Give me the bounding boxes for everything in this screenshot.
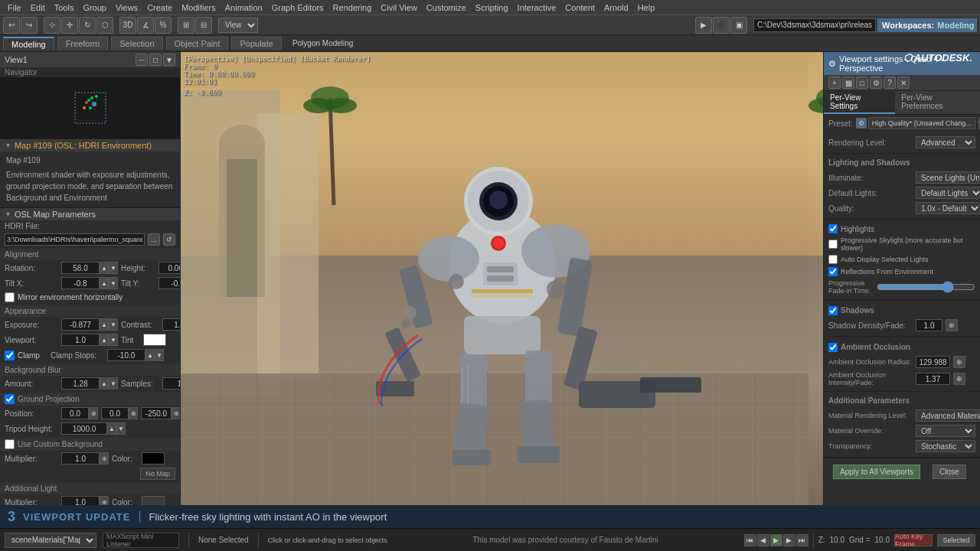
custom-bg-mult-input[interactable] [61,452,100,465]
ao-radius-spin[interactable]: ⊕ [953,356,965,368]
hdri-path-input[interactable] [5,233,145,246]
exposure-spin-down[interactable]: ▼ [109,318,118,331]
rotate-button[interactable]: ↻ [79,17,96,34]
samples-input[interactable] [162,377,180,390]
viewport-spin-down[interactable]: ▼ [109,334,118,346]
tripod-spin-up[interactable]: ▲ [107,422,116,435]
add-light-mult-input[interactable] [61,496,100,505]
play-button[interactable]: ▶ [770,534,782,546]
tiltx-input[interactable] [61,277,100,289]
progressive-skylight-checkbox[interactable] [828,240,838,249]
vp-add-button[interactable]: + [828,77,841,89]
clamp-stops-spin-up[interactable]: ▲ [145,349,155,361]
clamp-stops-input[interactable] [107,349,145,361]
menu-views[interactable]: Views [111,3,142,12]
quick-render-button[interactable]: ⬛ [713,17,730,34]
viewport-spin-up[interactable]: ▲ [100,334,109,346]
pos-x-input[interactable] [61,407,89,419]
undo-button[interactable]: ↩ [3,17,20,34]
percent-snap-button[interactable]: % [155,17,172,34]
pos-z-spin[interactable]: ⊕ [172,407,180,419]
blur-amount-spin-up[interactable]: ▲ [100,377,109,390]
redo-button[interactable]: ↪ [21,17,38,34]
exposure-spin-up[interactable]: ▲ [100,318,109,331]
scene-materials-dropdown[interactable]: sceneMaterials["Map #109"].GroundProject… [5,533,96,548]
nav-close[interactable]: ▼ [163,54,175,66]
custom-bg-checkbox[interactable] [5,439,15,449]
activeshade-button[interactable]: ▣ [730,17,747,34]
move-button[interactable]: ✛ [61,17,78,34]
tiltx-spin-down[interactable]: ▼ [109,277,118,289]
prev-frame-button[interactable]: ◀ [757,534,769,546]
apply-all-viewports-button[interactable]: Apply to All Viewports [833,465,920,479]
add-light-color-swatch[interactable] [142,496,165,505]
tab-modeling[interactable]: Modeling [3,37,54,51]
view-dropdown[interactable]: View [218,18,258,33]
scale-button[interactable]: ⬡ [96,17,113,34]
auto-display-checkbox[interactable] [828,255,838,264]
next-frame-button[interactable]: ▶ [783,534,795,546]
autokey-button[interactable]: Auto Key Frame [894,534,933,546]
custom-bg-mult-spin[interactable]: ⊕ [100,452,109,465]
mirror-button[interactable]: ⊞ [178,17,194,34]
selected-button[interactable]: Selected [937,534,975,546]
blur-amount-input[interactable] [61,377,100,390]
vp-close-icon-button[interactable]: ✕ [897,77,910,89]
ground-proj-checkbox[interactable] [5,394,15,404]
tilty-input[interactable] [158,277,180,289]
go-start-button[interactable]: ⏮ [744,534,756,546]
align-button[interactable]: ⊟ [195,17,212,34]
pos-x-spin[interactable]: ⊕ [89,407,98,419]
rotation-input[interactable] [61,262,100,274]
viewport-input[interactable] [61,334,100,346]
menu-content[interactable]: Content [560,3,599,12]
custom-bg-nomap-button[interactable]: No Map [140,468,175,480]
shadow-density-spin[interactable]: ⊕ [946,319,958,331]
tab-freeform[interactable]: Freeform [57,37,109,50]
menu-tools[interactable]: Tools [50,3,79,12]
menu-group[interactable]: Group [78,3,111,12]
custom-bg-color-swatch[interactable] [142,452,165,465]
scene-path-input[interactable] [753,18,876,32]
default-lights-dropdown[interactable]: Default Lights [916,187,980,199]
hdri-reload-button[interactable]: ↺ [163,233,175,246]
menu-arnold[interactable]: Arnold [599,3,633,12]
reflections-checkbox[interactable] [828,267,838,276]
tint-color-swatch[interactable] [143,334,166,346]
menu-modifiers[interactable]: Modifiers [177,3,220,12]
shadow-density-input[interactable] [916,319,942,331]
contrast-input[interactable] [162,318,180,331]
mirror-checkbox[interactable] [5,292,15,302]
tripod-input[interactable] [61,422,107,435]
add-light-mult-spin[interactable]: ⊕ [100,496,109,505]
go-end-button[interactable]: ⏭ [796,534,808,546]
clamp-checkbox[interactable] [5,350,15,360]
vp-tab-per-view-settings[interactable]: Per-View Settings [824,91,895,114]
rotation-spin-down[interactable]: ▼ [109,262,118,274]
menu-scripting[interactable]: Scripting [471,3,513,12]
pos-y-input[interactable] [101,407,129,419]
snap3d-button[interactable]: 3D [119,17,136,34]
menu-help[interactable]: Help [633,3,660,12]
nav-minimize[interactable]: ─ [136,54,148,66]
vp-layout-button[interactable]: ▦ [842,77,854,89]
tiltx-spin-up[interactable]: ▲ [100,277,109,289]
illuminate-dropdown[interactable]: Scene Lights (Unlimited) [916,171,980,184]
ao-radius-input[interactable] [916,356,950,368]
menu-graph-editors[interactable]: Graph Editors [267,3,328,12]
main-viewport[interactable]: [Perspective] [Unspecified] [Bucket Rend… [181,52,823,505]
render-setup-button[interactable]: ▶ [695,17,712,34]
mat-render-level-dropdown[interactable]: Advanced Material [916,409,980,422]
vp-help-button[interactable]: ? [884,77,896,89]
menu-civil-view[interactable]: Civil View [376,3,421,12]
mat-override-dropdown[interactable]: Off [916,425,975,437]
maxscript-mini-listener[interactable]: MAXScript Mini Listener [103,533,179,548]
menu-animation[interactable]: Animation [220,3,267,12]
transparency-dropdown[interactable]: Stochastic [916,440,975,452]
map-section-header[interactable]: ▼ Map #109 (OSL: HDRI Environment) [0,139,180,152]
ao-intensity-spin[interactable]: ⊕ [953,373,965,385]
select-object-button[interactable]: ⊹ [44,17,60,34]
vp-settings-icon-button[interactable]: ⚙ [870,77,882,89]
menu-rendering[interactable]: Rendering [328,3,377,12]
menu-customize[interactable]: Customize [422,3,471,12]
